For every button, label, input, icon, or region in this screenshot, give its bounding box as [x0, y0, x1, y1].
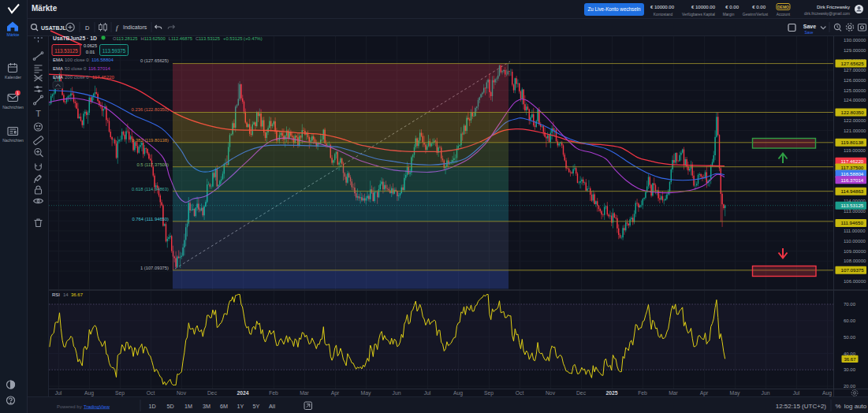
svg-text:127.00000: 127.00000 [844, 68, 866, 73]
svg-text:116.37014: 116.37014 [841, 177, 864, 183]
svg-text:113.53125: 113.53125 [841, 203, 864, 208]
svg-text:0.5 (117.37500): 0.5 (117.37500) [136, 162, 169, 167]
svg-text:50.00: 50.00 [844, 335, 856, 340]
svg-text:121.00000: 121.00000 [844, 128, 866, 133]
svg-text:117.46220: 117.46220 [841, 158, 864, 164]
svg-text:O113.28125H113.62500L112.46875: O113.28125H113.62500L112.46875C113.53125… [113, 36, 263, 41]
svg-text:111.94650: 111.94650 [841, 220, 864, 225]
svg-text:2025: 2025 [605, 390, 617, 396]
svg-text:Sep: Sep [115, 390, 125, 396]
svg-text:0.01: 0.01 [86, 50, 95, 54]
svg-text:Mar: Mar [669, 390, 678, 396]
svg-text:116.58804: 116.58804 [91, 58, 114, 62]
svg-text:EMA: EMA [53, 58, 63, 62]
svg-text:log: log [844, 403, 853, 410]
svg-text:5D: 5D [166, 403, 173, 410]
svg-text:UsaTBJun25 · 1D: UsaTBJun25 · 1D [53, 35, 97, 41]
svg-text:0.764 (111.94650): 0.764 (111.94650) [132, 217, 169, 221]
svg-text:119.80138: 119.80138 [841, 140, 864, 145]
svg-text:auto: auto [855, 403, 867, 410]
svg-text:Nov: Nov [177, 390, 187, 396]
svg-text:May: May [361, 390, 371, 396]
svg-text:Aug: Aug [822, 390, 832, 396]
svg-text:119.00000: 119.00000 [844, 148, 866, 153]
svg-text:0 (127.65625): 0 (127.65625) [140, 58, 169, 63]
svg-text:36.67: 36.67 [71, 292, 84, 297]
svg-text:108.00000: 108.00000 [844, 259, 866, 263]
svg-text:116.37014: 116.37014 [88, 66, 111, 71]
svg-text:Feb: Feb [269, 390, 278, 396]
svg-text:30.00: 30.00 [844, 367, 856, 372]
svg-text:127.65625: 127.65625 [841, 61, 865, 66]
svg-text:Mar: Mar [300, 390, 309, 396]
svg-text:1M: 1M [184, 403, 192, 410]
svg-text:20.00: 20.00 [844, 384, 856, 389]
svg-text:Aug: Aug [84, 390, 94, 396]
svg-text:Sep: Sep [484, 390, 494, 396]
svg-text:117.37500: 117.37500 [841, 165, 864, 170]
svg-text:124.00000: 124.00000 [844, 98, 866, 102]
svg-text:114.94863: 114.94863 [841, 188, 864, 194]
svg-text:106.00000: 106.00000 [844, 279, 866, 284]
svg-text:129.00000: 129.00000 [844, 48, 866, 53]
svg-text:0.0625: 0.0625 [84, 43, 97, 48]
svg-text:126.00000: 126.00000 [844, 78, 866, 83]
svg-text:Apr: Apr [331, 390, 340, 396]
svg-text:Nov: Nov [546, 390, 556, 396]
svg-text:50 close 0: 50 close 0 [65, 66, 87, 71]
svg-text:109.00000: 109.00000 [844, 249, 866, 254]
svg-text:Jun: Jun [393, 390, 401, 396]
svg-text:14: 14 [63, 292, 69, 297]
svg-text:Feb: Feb [638, 390, 647, 396]
svg-text:Aug: Aug [453, 390, 463, 396]
svg-text:Oct: Oct [147, 390, 155, 396]
svg-text:111.00000: 111.00000 [844, 229, 866, 233]
svg-text:6M: 6M [220, 403, 228, 410]
svg-text:EMA: EMA [53, 66, 63, 71]
svg-text:113.59375: 113.59375 [102, 48, 126, 54]
svg-text:0.382 (119.80138): 0.382 (119.80138) [132, 138, 169, 143]
svg-text:RSI: RSI [52, 292, 60, 297]
svg-text:Jul: Jul [55, 390, 62, 396]
svg-text:Jul: Jul [793, 390, 800, 396]
svg-text:May: May [730, 390, 740, 396]
svg-text:0.618 (114.94863): 0.618 (114.94863) [132, 187, 169, 192]
svg-text:122.80350: 122.80350 [841, 110, 865, 115]
svg-text:1 (107.09375): 1 (107.09375) [140, 266, 169, 270]
svg-text:60.00: 60.00 [844, 318, 856, 323]
svg-text:117.46220: 117.46220 [92, 75, 115, 80]
svg-text:Dec: Dec [576, 390, 587, 396]
svg-text:113.53125: 113.53125 [54, 48, 78, 54]
svg-text:1D: 1D [148, 403, 155, 410]
svg-text:3M: 3M [203, 403, 210, 410]
svg-text:130.00000: 130.00000 [844, 38, 866, 43]
svg-text:36.67: 36.67 [844, 357, 857, 362]
svg-text:TradingView: TradingView [84, 404, 110, 409]
svg-text:2024: 2024 [237, 390, 248, 396]
svg-text:110.00000: 110.00000 [844, 239, 866, 244]
svg-text:All: All [269, 403, 275, 410]
svg-text:0.236 (122.80350): 0.236 (122.80350) [132, 107, 169, 112]
svg-text:Oct: Oct [516, 390, 524, 396]
svg-text:%: % [835, 403, 840, 410]
svg-text:116.58804: 116.58804 [841, 171, 864, 177]
svg-text:125.00000: 125.00000 [844, 88, 866, 93]
svg-text:100 close 0: 100 close 0 [65, 58, 89, 62]
svg-text:200 close 0: 200 close 0 [65, 75, 89, 80]
svg-text:12:52:15 (UTC+2): 12:52:15 (UTC+2) [776, 403, 827, 410]
svg-text:107.09375: 107.09375 [841, 267, 865, 273]
svg-text:Jun: Jun [762, 390, 770, 396]
svg-text:1Y: 1Y [237, 403, 244, 410]
svg-text:122.00000: 122.00000 [844, 118, 866, 123]
svg-text:70.00: 70.00 [844, 302, 856, 307]
svg-text:EMA: EMA [53, 75, 63, 80]
svg-text:Powered by: Powered by [57, 404, 82, 409]
svg-text:Apr: Apr [700, 390, 709, 396]
svg-text:Jul: Jul [424, 390, 431, 396]
svg-text:5Y: 5Y [253, 403, 260, 410]
svg-text:Dec: Dec [207, 390, 218, 396]
